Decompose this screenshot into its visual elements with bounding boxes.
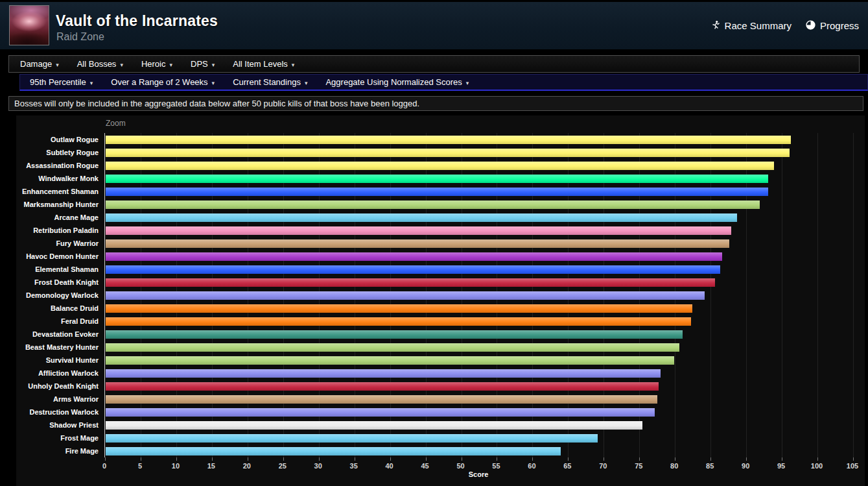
category-label[interactable]: Destruction Warlock xyxy=(16,408,99,416)
category-label[interactable]: Fire Mage xyxy=(16,447,99,455)
category-label[interactable]: Beast Mastery Hunter xyxy=(16,343,99,351)
score-bar[interactable] xyxy=(106,408,655,417)
progress-link[interactable]: Progress xyxy=(806,20,859,32)
score-bar[interactable] xyxy=(106,369,661,378)
filter-item-levels[interactable]: All Item Levels ▾ xyxy=(224,56,303,72)
category-label[interactable]: Windwalker Monk xyxy=(16,175,99,182)
filter-damage[interactable]: Damage ▾ xyxy=(11,56,68,72)
axis-tick-label: 75 xyxy=(635,462,642,470)
chevron-down-icon: ▾ xyxy=(212,80,215,86)
category-label[interactable]: Marksmanship Hunter xyxy=(16,200,99,208)
zoom-hint-label: Zoom xyxy=(106,119,126,128)
axis-tick xyxy=(604,457,604,461)
score-bar[interactable] xyxy=(106,265,720,274)
score-bar[interactable] xyxy=(106,175,768,183)
score-bar[interactable] xyxy=(106,317,691,326)
axis-tick-label: 50 xyxy=(456,462,464,470)
progress-label: Progress xyxy=(820,20,859,31)
filter-percentile[interactable]: 95th Percentile ▾ xyxy=(21,75,102,90)
category-label[interactable]: Affliction Warlock xyxy=(16,369,99,377)
category-label[interactable]: Assassination Rogue xyxy=(16,162,99,169)
score-bar[interactable] xyxy=(106,188,768,196)
chevron-down-icon: ▾ xyxy=(90,80,93,86)
axis-tick-label: 0 xyxy=(102,462,106,470)
score-bar[interactable] xyxy=(106,434,598,443)
gridline xyxy=(782,133,782,457)
axis-tick xyxy=(283,457,284,461)
score-bar[interactable] xyxy=(106,149,790,157)
score-bar[interactable] xyxy=(106,382,659,391)
axis-tick xyxy=(141,457,141,461)
category-label[interactable]: Outlaw Rogue xyxy=(16,136,99,143)
axis-tick xyxy=(462,457,462,461)
category-label[interactable]: Arcane Mage xyxy=(16,213,99,221)
category-label[interactable]: Retribution Paladin xyxy=(16,226,99,234)
axis-tick-label: 80 xyxy=(670,462,678,470)
category-label[interactable]: Balance Druid xyxy=(16,304,99,312)
score-bar[interactable] xyxy=(106,330,683,339)
axis-tick-label: 105 xyxy=(847,462,858,470)
filter-metric[interactable]: DPS ▾ xyxy=(182,56,224,72)
axis-tick-label: 90 xyxy=(742,462,749,470)
axis-tick-label: 10 xyxy=(172,462,180,470)
category-label[interactable]: Havoc Demon Hunter xyxy=(16,252,99,260)
axis-tick xyxy=(782,457,782,461)
filter-time-range[interactable]: Over a Range of 2 Weeks ▾ xyxy=(102,75,224,90)
zone-logo[interactable] xyxy=(9,5,49,45)
score-bar[interactable] xyxy=(106,213,737,222)
category-label[interactable]: Unholy Death Knight xyxy=(16,382,99,390)
category-label[interactable]: Arms Warrior xyxy=(16,395,99,403)
axis-tick xyxy=(319,457,320,461)
filter-aggregation[interactable]: Aggregate Using Normalized Scores ▾ xyxy=(316,75,478,90)
top-nav: Race Summary Progress xyxy=(711,2,859,49)
score-bar[interactable] xyxy=(106,162,774,170)
score-bar[interactable] xyxy=(106,421,642,430)
category-label[interactable]: Frost Mage xyxy=(16,434,99,442)
zone-header: Vault of the Incarnates Raid Zone Race S… xyxy=(0,2,868,49)
score-bar[interactable] xyxy=(106,226,731,235)
category-label[interactable]: Survival Hunter xyxy=(16,356,99,364)
axis-tick-label: 95 xyxy=(777,462,785,470)
category-label[interactable]: Demonology Warlock xyxy=(16,291,99,299)
primary-filter-bar: Damage ▾ All Bosses ▾ Heroic ▾ DPS ▾ All… xyxy=(8,55,860,73)
axis-tick xyxy=(853,457,854,461)
axis-tick xyxy=(639,457,640,461)
category-label[interactable]: Subtlety Rogue xyxy=(16,149,99,156)
category-label[interactable]: Elemental Shaman xyxy=(16,265,99,273)
race-summary-label: Race Summary xyxy=(725,20,792,31)
axis-tick xyxy=(568,457,569,461)
filter-difficulty[interactable]: Heroic ▾ xyxy=(132,56,182,72)
gridline xyxy=(817,133,818,457)
score-bar[interactable] xyxy=(106,447,561,456)
score-bar[interactable] xyxy=(106,395,657,404)
score-bar[interactable] xyxy=(106,200,760,209)
filter-all-bosses[interactable]: All Bosses ▾ xyxy=(68,56,132,72)
category-label[interactable]: Frost Death Knight xyxy=(16,278,99,286)
axis-tick xyxy=(176,457,177,461)
score-bar[interactable] xyxy=(106,343,679,352)
race-summary-link[interactable]: Race Summary xyxy=(711,20,792,32)
category-label[interactable]: Fury Warrior xyxy=(16,239,99,247)
notice-banner: Bosses will only be included in the aggr… xyxy=(8,96,863,111)
chevron-down-icon: ▾ xyxy=(212,62,215,68)
filter-standings[interactable]: Current Standings ▾ xyxy=(224,75,316,90)
category-label[interactable]: Enhancement Shaman xyxy=(16,188,99,195)
category-label[interactable]: Feral Druid xyxy=(16,317,99,325)
score-bar[interactable] xyxy=(106,239,729,248)
chevron-down-icon: ▾ xyxy=(292,62,295,68)
score-bar[interactable] xyxy=(106,278,715,287)
chart-plot-area[interactable] xyxy=(104,133,852,457)
axis-tick-label: 30 xyxy=(314,462,322,470)
category-label[interactable]: Devastation Evoker xyxy=(16,330,99,338)
score-bar[interactable] xyxy=(106,304,692,313)
score-bar[interactable] xyxy=(106,291,705,300)
chevron-down-icon: ▾ xyxy=(120,62,123,68)
axis-tick xyxy=(355,457,355,461)
axis-tick-label: 5 xyxy=(138,462,142,470)
page-title: Vault of the Incarnates xyxy=(56,12,218,30)
category-label[interactable]: Shadow Priest xyxy=(16,421,99,429)
score-bar[interactable] xyxy=(106,252,722,261)
runner-icon xyxy=(711,20,720,32)
score-bar[interactable] xyxy=(106,356,674,365)
score-bar[interactable] xyxy=(106,136,791,144)
